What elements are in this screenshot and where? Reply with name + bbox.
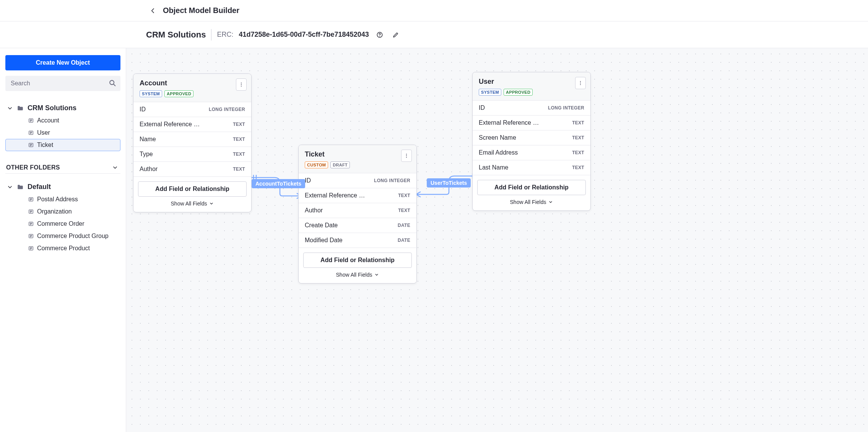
svg-point-12 xyxy=(241,84,242,85)
field-row[interactable]: External Reference …TEXT xyxy=(299,188,416,203)
tree-item-ticket[interactable]: Ticket xyxy=(5,139,120,151)
card-menu-button[interactable] xyxy=(401,150,412,162)
create-new-object-button[interactable]: Create New Object xyxy=(5,55,120,70)
card-title: Ticket xyxy=(305,150,410,158)
dots-vertical-icon xyxy=(578,80,583,86)
svg-point-17 xyxy=(580,81,581,82)
folder-header-default[interactable]: Default xyxy=(5,181,120,193)
field-row[interactable]: Screen NameTEXT xyxy=(473,130,590,145)
tree-default-folder: Default Postal Address Organization Comm… xyxy=(5,181,120,254)
svg-point-11 xyxy=(241,83,242,83)
card-menu-button[interactable] xyxy=(236,78,247,91)
add-field-button[interactable]: Add Field or Relationship xyxy=(138,181,247,197)
object-icon xyxy=(28,233,34,239)
tree-item-label: Commerce Product xyxy=(37,245,90,252)
page-title: Object Model Builder xyxy=(163,6,239,15)
field-row[interactable]: TypeTEXT xyxy=(133,147,251,162)
object-icon xyxy=(28,130,34,136)
field-row[interactable]: External Reference …TEXT xyxy=(133,117,251,132)
dots-vertical-icon xyxy=(239,82,244,88)
tree-item-postal-address[interactable]: Postal Address xyxy=(5,193,120,205)
tree-item-label: Account xyxy=(37,117,59,124)
field-row[interactable]: IDLONG INTEGER xyxy=(133,102,251,117)
field-row[interactable]: Email AddressTEXT xyxy=(473,145,590,160)
sub-header: CRM Solutions ERC: 41d7258e-1d65-00d7-5c… xyxy=(0,21,868,48)
show-all-fields-toggle[interactable]: Show All Fields xyxy=(336,272,379,278)
model-canvas[interactable]: Account SYSTEM APPROVED IDLONG INTEGER E… xyxy=(126,48,868,432)
field-type: TEXT xyxy=(572,120,584,126)
field-type: TEXT xyxy=(233,152,245,157)
folder-icon xyxy=(17,184,24,191)
tree-item-commerce-order[interactable]: Commerce Order xyxy=(5,218,120,230)
svg-point-19 xyxy=(580,84,581,85)
search-input[interactable] xyxy=(5,76,120,91)
object-card-account[interactable]: Account SYSTEM APPROVED IDLONG INTEGER E… xyxy=(133,73,252,212)
erc-label: ERC: xyxy=(217,31,233,39)
relationship-label-account-tickets[interactable]: AccountToTickets xyxy=(252,179,305,188)
show-all-fields-toggle[interactable]: Show All Fields xyxy=(171,201,214,207)
object-icon xyxy=(28,142,34,148)
help-circle-icon xyxy=(376,31,383,38)
other-folders-toggle[interactable]: OTHER FOLDERS xyxy=(5,162,120,174)
show-all-label: Show All Fields xyxy=(171,201,207,207)
card-footer: Add Field or Relationship Show All Field… xyxy=(473,175,590,210)
field-name: Last Name xyxy=(479,164,508,171)
field-name: Type xyxy=(140,151,153,158)
field-row[interactable]: IDLONG INTEGER xyxy=(299,173,416,188)
card-menu-button[interactable] xyxy=(575,77,586,89)
tree-primary-folder: CRM Solutions Account User Ticket xyxy=(5,102,120,151)
tree-item-account[interactable]: Account xyxy=(5,114,120,127)
card-header: User SYSTEM APPROVED xyxy=(473,72,590,101)
svg-point-13 xyxy=(241,86,242,86)
tree-item-user[interactable]: User xyxy=(5,127,120,139)
add-field-button[interactable]: Add Field or Relationship xyxy=(477,180,586,195)
field-name: External Reference … xyxy=(140,121,200,128)
chevron-down-icon xyxy=(112,165,118,171)
tree-item-commerce-product-group[interactable]: Commerce Product Group xyxy=(5,230,120,242)
card-header: Ticket CUSTOM DRAFT xyxy=(299,145,416,173)
tree-item-label: User xyxy=(37,129,50,136)
field-name: Email Address xyxy=(479,149,518,156)
field-name: Create Date xyxy=(305,222,338,229)
svg-point-16 xyxy=(406,157,407,158)
field-row[interactable]: NameTEXT xyxy=(133,132,251,147)
field-row[interactable]: Last NameTEXT xyxy=(473,160,590,175)
folder-items: Postal Address Organization Commerce Ord… xyxy=(5,193,120,254)
folder-label: CRM Solutions xyxy=(28,104,76,112)
tree-item-commerce-product[interactable]: Commerce Product xyxy=(5,242,120,254)
folder-icon xyxy=(17,105,24,112)
card-badges: CUSTOM DRAFT xyxy=(305,161,410,168)
tree-item-label: Ticket xyxy=(37,142,53,148)
back-button[interactable] xyxy=(147,5,159,17)
object-icon xyxy=(28,245,34,251)
field-type: TEXT xyxy=(398,208,410,213)
field-type: DATE xyxy=(398,223,410,228)
relationship-label-user-tickets[interactable]: UserToTickets xyxy=(427,178,471,187)
help-button[interactable] xyxy=(374,29,385,40)
tree-item-organization[interactable]: Organization xyxy=(5,205,120,218)
badge-approved: APPROVED xyxy=(504,89,533,96)
folder-header-crm[interactable]: CRM Solutions xyxy=(5,102,120,114)
top-bar: Object Model Builder xyxy=(0,0,868,21)
folder-label: Default xyxy=(28,183,51,191)
field-row[interactable]: External Reference …TEXT xyxy=(473,116,590,130)
object-card-ticket[interactable]: Ticket CUSTOM DRAFT IDLONG INTEGER Exter… xyxy=(298,145,417,284)
field-row[interactable]: Modified DateDATE xyxy=(299,233,416,248)
chevron-down-icon xyxy=(374,272,379,277)
field-row[interactable]: Create DateDATE xyxy=(299,218,416,233)
field-row[interactable]: AuthorTEXT xyxy=(133,162,251,177)
card-title: User xyxy=(479,78,584,86)
badge-approved: APPROVED xyxy=(164,90,193,97)
field-name: Screen Name xyxy=(479,134,516,141)
vertical-divider xyxy=(211,29,211,41)
card-badges: SYSTEM APPROVED xyxy=(140,90,245,97)
show-all-fields-toggle[interactable]: Show All Fields xyxy=(510,199,553,205)
add-field-button[interactable]: Add Field or Relationship xyxy=(303,253,412,268)
card-header: Account SYSTEM APPROVED xyxy=(133,74,251,102)
object-card-user[interactable]: User SYSTEM APPROVED IDLONG INTEGER Exte… xyxy=(472,72,591,211)
edit-button[interactable] xyxy=(390,29,401,40)
field-row[interactable]: IDLONG INTEGER xyxy=(473,101,590,116)
chevron-down-icon xyxy=(548,200,553,204)
card-footer: Add Field or Relationship Show All Field… xyxy=(299,248,416,283)
field-row[interactable]: AuthorTEXT xyxy=(299,203,416,218)
